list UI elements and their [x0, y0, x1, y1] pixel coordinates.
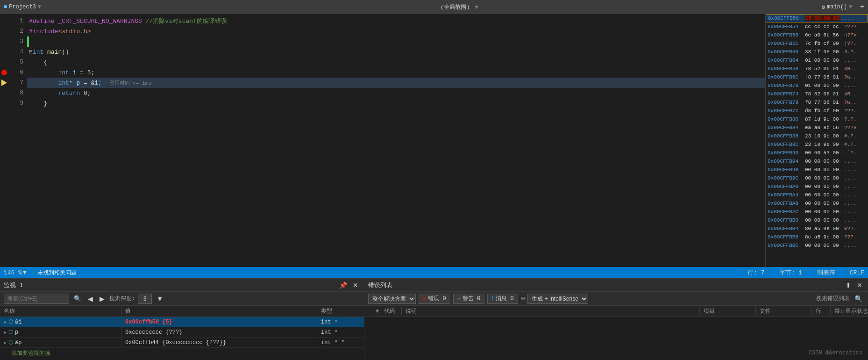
- line-num-6: 6: [20, 67, 23, 78]
- build-intellisense-select[interactable]: 生成 + IntelliSense: [527, 294, 588, 304]
- error-pin-button[interactable]: ⬆: [844, 281, 853, 289]
- watch-search-input[interactable]: [4, 294, 69, 304]
- watch-pin-button[interactable]: 📌: [337, 281, 349, 289]
- memory-row-23[interactable]: 0x00CFFBAC 00 00 00 00 ....: [766, 208, 868, 216]
- bp-2: [0, 26, 8, 36]
- memory-row-2[interactable]: 0x00CFFB58 6e a0 8b 56 n??V: [766, 31, 868, 39]
- breakpoint-dot: [1, 70, 7, 75]
- watch-nav-back[interactable]: ◀: [86, 295, 95, 302]
- memory-row-16[interactable]: 0x00CFFB90 00 60 a3 00 .`?.: [766, 149, 868, 157]
- scope-dropdown-icon[interactable]: ▼: [475, 4, 478, 11]
- watch-add-row[interactable]: 添加要监视的项: [0, 348, 364, 358]
- code-line-5: {: [27, 57, 765, 67]
- depth-dropdown[interactable]: ▼: [155, 295, 165, 302]
- error-count-button[interactable]: ✕ 错误 0: [419, 294, 450, 304]
- csdn-watermark: CSDN @Aerobatics: [809, 350, 862, 356]
- line-col-info: 行: 7 字节: 1 制表符 CRLF: [747, 268, 864, 277]
- watch-panel: 监视 1 📌 ✕ 🔍 ◀ ▶ 搜索深度: ▼ 名称 值 类型 ▶ ⬡ &i: [0, 279, 364, 360]
- memory-row-3[interactable]: 0x00CFFB5C 7c fb cf 00 |??.: [766, 39, 868, 48]
- watch-panel-title: 监视 1: [4, 281, 23, 289]
- expand-icon-1[interactable]: ▶: [4, 330, 7, 335]
- watch-panel-controls[interactable]: 📌 ✕: [337, 281, 360, 289]
- memory-row-10[interactable]: 0x00CFFB78 f8 77 06 01 ?w..: [766, 98, 868, 107]
- info-count-label: 消息 0: [496, 295, 513, 302]
- error-column-headers: ▼ 代码 说明 项目 文件 行 禁止显示状态: [364, 306, 868, 317]
- memory-row-20[interactable]: 0x00CFFBA0 00 00 00 00 ....: [766, 182, 868, 191]
- watch-close-button[interactable]: ✕: [351, 281, 360, 289]
- function-selector[interactable]: ⚙ main() ▼: [822, 4, 853, 11]
- error-scope-select[interactable]: 整个解决方案: [368, 294, 416, 304]
- mem-chars-0: ....: [841, 15, 854, 21]
- depth-input[interactable]: [138, 294, 152, 304]
- memory-row-17[interactable]: 0x00CFFB94 00 00 00 00 ....: [766, 157, 868, 166]
- watch-val-1: 0xccccccccc {???}: [121, 327, 317, 337]
- expand-icon-2[interactable]: ▶: [4, 340, 7, 346]
- encoding-info: CRLF: [850, 269, 864, 276]
- func-icon: ⚙: [822, 4, 825, 11]
- func-dropdown-icon[interactable]: ▼: [849, 4, 852, 10]
- error-search-button[interactable]: 🔍: [853, 295, 864, 302]
- line-num-1: 1: [20, 16, 23, 26]
- warning-count-button[interactable]: ⚠ 警告 0: [453, 294, 485, 304]
- code-line-4: ⊟int main(): [27, 47, 765, 57]
- bp-3: [0, 36, 8, 47]
- line-num-3: 3: [20, 36, 23, 47]
- memory-row-18[interactable]: 0x00CFFB98 00 00 00 00 ....: [766, 166, 868, 174]
- memory-row-1[interactable]: 0x00CFFB54 cc cc cc cc ????: [766, 22, 868, 31]
- watch-row-0[interactable]: ▶ ⬡ &i 0x00cffb50 {5} int *: [0, 317, 364, 327]
- memory-row-7[interactable]: 0x00CFFB6C f8 77 06 01 ?w..: [766, 73, 868, 81]
- memory-row-8[interactable]: 0x00CFFB70 01 00 00 00 ....: [766, 81, 868, 90]
- bp-4: [0, 47, 8, 57]
- memory-row-5[interactable]: 0x00CFFB64 01 00 00 00 ....: [766, 56, 868, 65]
- func-label: main(): [827, 4, 847, 10]
- memory-row-4[interactable]: 0x00CFFB60 33 1f 9e 00 3.?.: [766, 48, 868, 56]
- watch-varname-2: &p: [15, 339, 21, 346]
- bp-1: [0, 16, 8, 26]
- line-num-5: 5: [20, 57, 23, 67]
- memory-row-0[interactable]: 0x00CFFB50 05 00 00 00 ....: [766, 14, 868, 22]
- issues-text: 未找到相关问题: [37, 269, 77, 277]
- code-line-7: int* p = &i; 已用时间 <= 1ms: [27, 78, 765, 88]
- project-selector[interactable]: ■ Project3 ▼: [4, 4, 97, 10]
- memory-row-14[interactable]: 0x00CFFB88 23 10 9e 00 #.?.: [766, 132, 868, 140]
- bp-6[interactable]: [0, 67, 8, 78]
- code-editor[interactable]: #define _CRT_SECURE_NO_WARNINGS //消除vs对s…: [27, 14, 765, 267]
- line-num-7: 7: [20, 78, 23, 88]
- memory-row-19[interactable]: 0x00CFFB9C 00 00 00 00 ....: [766, 174, 868, 182]
- memory-panel[interactable]: 0x00CFFB50 05 00 00 00 .... 0x00CFFB54 c…: [765, 14, 868, 267]
- info-count-button[interactable]: ℹ 消息 0: [487, 294, 518, 304]
- add-button[interactable]: +: [860, 3, 864, 11]
- project-dropdown-icon[interactable]: ▼: [38, 4, 41, 10]
- memory-row-25[interactable]: 0x00CFFBB4 80 a5 9e 00 €??.: [766, 224, 868, 233]
- memory-row-24[interactable]: 0x00CFFBB0 00 00 00 00 ....: [766, 216, 868, 224]
- memory-row-22[interactable]: 0x00CFFBA8 00 00 00 00 ....: [766, 199, 868, 208]
- memory-row-13[interactable]: 0x00CFFB84 ea a0 8b 56 ???V: [766, 123, 868, 132]
- memory-row-6[interactable]: 0x00CFFB68 78 52 06 01 xR..: [766, 65, 868, 73]
- memory-row-12[interactable]: 0x00CFFB80 87 1d 9e 00 ?.?.: [766, 115, 868, 123]
- scope-selector[interactable]: (全局范围) ▼: [101, 3, 818, 11]
- memory-row-11[interactable]: 0x00CFFB7C d8 fb cf 00 ???.: [766, 107, 868, 115]
- watch-header-type: 类型: [317, 307, 364, 315]
- watch-search-button[interactable]: 🔍: [72, 295, 83, 302]
- zoom-dropdown-icon[interactable]: ▼: [23, 269, 27, 276]
- error-panel-controls[interactable]: ⬆ ✕: [844, 281, 864, 289]
- editor-container[interactable]: 1 2 3 4 5 6 7 8 9 #define _CRT_SECURE_NO…: [8, 14, 765, 267]
- zoom-level[interactable]: 146 % ▼: [4, 269, 27, 276]
- tab-info: 制表符: [817, 269, 835, 276]
- memory-row-15[interactable]: 0x00CFFB8C 23 10 9e 00 #.?.: [766, 140, 868, 149]
- error-close-button[interactable]: ✕: [855, 281, 864, 289]
- line-num-4: 4: [20, 47, 23, 57]
- error-icon: ✕: [423, 295, 426, 302]
- mem-addr-0: 0x00CFFB50: [768, 15, 805, 21]
- watch-row-1[interactable]: ▶ ⬡ p 0xccccccccc {???} int *: [0, 327, 364, 338]
- memory-row-9[interactable]: 0x00CFFB74 78 52 06 01 xR..: [766, 90, 868, 98]
- watch-varname-0: &i: [15, 319, 21, 325]
- watch-row-2[interactable]: ▶ ⬡ &p 0x00cffb44 {0xccccccccc {???}} in…: [0, 338, 364, 348]
- watch-nav-forward[interactable]: ▶: [98, 295, 107, 302]
- expand-icon-0[interactable]: ▶: [4, 319, 7, 325]
- memory-row-26[interactable]: 0x00CFFBB8 8c a5 9e 00 ???.: [766, 233, 868, 241]
- memory-row-27[interactable]: 0x00CFFBBC 00 00 00 00 ....: [766, 241, 868, 250]
- title-bar: ■ Project3 ▼ (全局范围) ▼ ⚙ main() ▼ +: [0, 0, 868, 14]
- filter-icon: ⊞: [521, 295, 525, 302]
- memory-row-21[interactable]: 0x00CFFBA4 00 00 00 00 ....: [766, 191, 868, 199]
